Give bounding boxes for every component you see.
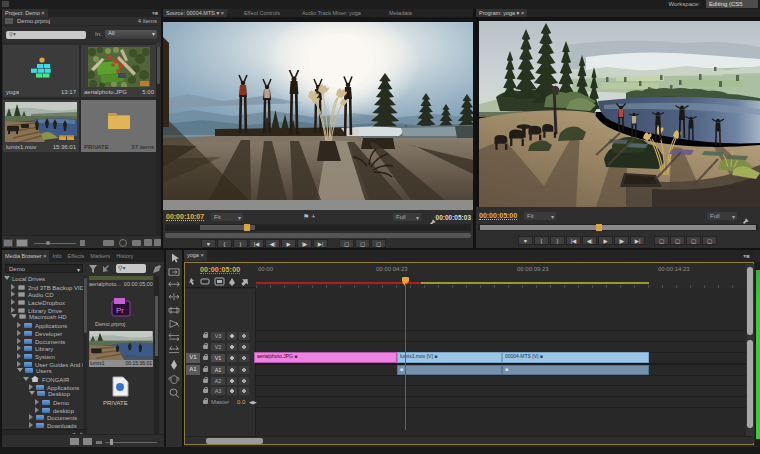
svg-text:Pr: Pr bbox=[116, 306, 124, 315]
